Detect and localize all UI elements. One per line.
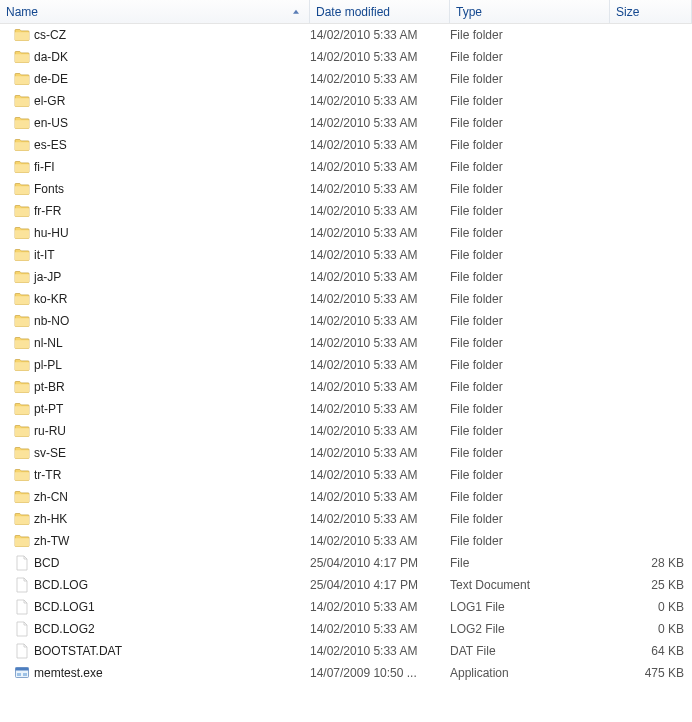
list-item[interactable]: ko-KR14/02/2010 5:33 AMFile folder <box>0 288 692 310</box>
cell-size: 0 KB <box>610 622 692 636</box>
list-item[interactable]: de-DE14/02/2010 5:33 AMFile folder <box>0 68 692 90</box>
cell-date: 14/02/2010 5:33 AM <box>310 358 450 372</box>
cell-name: nb-NO <box>14 313 310 329</box>
folder-icon <box>14 357 30 373</box>
file-name: BCD.LOG1 <box>34 600 95 614</box>
column-header-name[interactable]: Name <box>0 0 310 23</box>
list-item[interactable]: zh-CN14/02/2010 5:33 AMFile folder <box>0 486 692 508</box>
cell-date: 14/02/2010 5:33 AM <box>310 402 450 416</box>
cell-date: 25/04/2010 4:17 PM <box>310 556 450 570</box>
list-item[interactable]: el-GR14/02/2010 5:33 AMFile folder <box>0 90 692 112</box>
svg-rect-3 <box>23 673 27 676</box>
list-item[interactable]: BCD.LOG214/02/2010 5:33 AMLOG2 File0 KB <box>0 618 692 640</box>
list-item[interactable]: zh-TW14/02/2010 5:33 AMFile folder <box>0 530 692 552</box>
cell-date: 14/02/2010 5:33 AM <box>310 424 450 438</box>
list-item[interactable]: memtest.exe14/07/2009 10:50 ...Applicati… <box>0 662 692 684</box>
folder-icon <box>14 159 30 175</box>
file-name: tr-TR <box>34 468 61 482</box>
folder-icon <box>14 423 30 439</box>
folder-icon <box>14 115 30 131</box>
list-item[interactable]: da-DK14/02/2010 5:33 AMFile folder <box>0 46 692 68</box>
file-list: cs-CZ14/02/2010 5:33 AMFile folder da-DK… <box>0 24 692 684</box>
cell-type: File folder <box>450 182 610 196</box>
list-item[interactable]: ru-RU14/02/2010 5:33 AMFile folder <box>0 420 692 442</box>
list-item[interactable]: zh-HK14/02/2010 5:33 AMFile folder <box>0 508 692 530</box>
list-item[interactable]: it-IT14/02/2010 5:33 AMFile folder <box>0 244 692 266</box>
folder-icon <box>14 291 30 307</box>
cell-type: File folder <box>450 314 610 328</box>
cell-date: 14/02/2010 5:33 AM <box>310 512 450 526</box>
file-name: BOOTSTAT.DAT <box>34 644 122 658</box>
cell-type: Application <box>450 666 610 680</box>
column-header-type[interactable]: Type <box>450 0 610 23</box>
list-item[interactable]: cs-CZ14/02/2010 5:33 AMFile folder <box>0 24 692 46</box>
list-item[interactable]: nb-NO14/02/2010 5:33 AMFile folder <box>0 310 692 332</box>
column-header-date[interactable]: Date modified <box>310 0 450 23</box>
cell-name: pl-PL <box>14 357 310 373</box>
list-item[interactable]: BOOTSTAT.DAT14/02/2010 5:33 AMDAT File64… <box>0 640 692 662</box>
cell-name: zh-HK <box>14 511 310 527</box>
cell-name: fr-FR <box>14 203 310 219</box>
file-name: BCD.LOG <box>34 578 88 592</box>
cell-type: File folder <box>450 292 610 306</box>
list-item[interactable]: pt-BR14/02/2010 5:33 AMFile folder <box>0 376 692 398</box>
list-item[interactable]: pl-PL14/02/2010 5:33 AMFile folder <box>0 354 692 376</box>
list-item[interactable]: nl-NL14/02/2010 5:33 AMFile folder <box>0 332 692 354</box>
cell-type: File folder <box>450 402 610 416</box>
cell-name: ko-KR <box>14 291 310 307</box>
list-item[interactable]: en-US14/02/2010 5:33 AMFile folder <box>0 112 692 134</box>
cell-name: ja-JP <box>14 269 310 285</box>
cell-type: File folder <box>450 94 610 108</box>
file-name: el-GR <box>34 94 65 108</box>
list-item[interactable]: pt-PT14/02/2010 5:33 AMFile folder <box>0 398 692 420</box>
column-header-name-label: Name <box>6 5 38 19</box>
cell-name: zh-TW <box>14 533 310 549</box>
folder-icon <box>14 247 30 263</box>
cell-name: da-DK <box>14 49 310 65</box>
application-icon <box>14 665 30 681</box>
cell-date: 14/02/2010 5:33 AM <box>310 534 450 548</box>
file-name: hu-HU <box>34 226 69 240</box>
cell-type: File folder <box>450 336 610 350</box>
cell-type: File folder <box>450 50 610 64</box>
list-item[interactable]: es-ES14/02/2010 5:33 AMFile folder <box>0 134 692 156</box>
cell-name: hu-HU <box>14 225 310 241</box>
list-item[interactable]: BCD.LOG25/04/2010 4:17 PMText Document25… <box>0 574 692 596</box>
list-item[interactable]: BCD.LOG114/02/2010 5:33 AMLOG1 File0 KB <box>0 596 692 618</box>
cell-date: 14/02/2010 5:33 AM <box>310 204 450 218</box>
column-header-size[interactable]: Size <box>610 0 692 23</box>
cell-date: 14/02/2010 5:33 AM <box>310 292 450 306</box>
list-item[interactable]: hu-HU14/02/2010 5:33 AMFile folder <box>0 222 692 244</box>
file-name: da-DK <box>34 50 68 64</box>
cell-date: 14/02/2010 5:33 AM <box>310 622 450 636</box>
folder-icon <box>14 445 30 461</box>
cell-name: de-DE <box>14 71 310 87</box>
list-item[interactable]: tr-TR14/02/2010 5:33 AMFile folder <box>0 464 692 486</box>
file-name: cs-CZ <box>34 28 66 42</box>
list-item[interactable]: fi-FI14/02/2010 5:33 AMFile folder <box>0 156 692 178</box>
folder-icon <box>14 335 30 351</box>
cell-date: 14/02/2010 5:33 AM <box>310 160 450 174</box>
list-item[interactable]: sv-SE14/02/2010 5:33 AMFile folder <box>0 442 692 464</box>
cell-date: 14/02/2010 5:33 AM <box>310 72 450 86</box>
cell-date: 14/02/2010 5:33 AM <box>310 94 450 108</box>
cell-name: it-IT <box>14 247 310 263</box>
file-name: ko-KR <box>34 292 67 306</box>
cell-date: 14/02/2010 5:33 AM <box>310 336 450 350</box>
cell-type: File folder <box>450 380 610 394</box>
list-item[interactable]: Fonts14/02/2010 5:33 AMFile folder <box>0 178 692 200</box>
file-icon <box>14 577 30 593</box>
folder-icon <box>14 137 30 153</box>
folder-icon <box>14 313 30 329</box>
list-item[interactable]: fr-FR14/02/2010 5:33 AMFile folder <box>0 200 692 222</box>
list-item[interactable]: BCD25/04/2010 4:17 PMFile28 KB <box>0 552 692 574</box>
cell-date: 14/02/2010 5:33 AM <box>310 248 450 262</box>
cell-name: pt-PT <box>14 401 310 417</box>
cell-name: memtest.exe <box>14 665 310 681</box>
cell-name: BOOTSTAT.DAT <box>14 643 310 659</box>
list-item[interactable]: ja-JP14/02/2010 5:33 AMFile folder <box>0 266 692 288</box>
cell-name: pt-BR <box>14 379 310 395</box>
cell-type: File folder <box>450 248 610 262</box>
column-header-row: Name Date modified Type Size <box>0 0 692 24</box>
cell-date: 14/02/2010 5:33 AM <box>310 380 450 394</box>
